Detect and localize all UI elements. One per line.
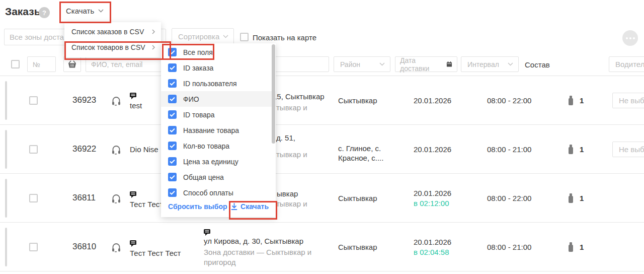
address-text: 15, Сыктывкар xyxy=(273,92,325,101)
field-option-label: Общая цена xyxy=(183,173,224,181)
download-button-label: Скачать xyxy=(66,7,94,15)
interval-value: 08:00 - 21:00 xyxy=(487,125,531,173)
order-number: 36922 xyxy=(72,125,96,173)
menu-item-products-csv[interactable]: Список товаров в CSV xyxy=(64,39,161,55)
scrollbar-thumb[interactable] xyxy=(272,44,275,144)
support-headset-icon[interactable] xyxy=(111,174,122,222)
menu-item-label: Список заказов в CSV xyxy=(71,28,144,36)
field-option-label: ID товара xyxy=(183,111,215,119)
composition-column-header: Состав xyxy=(525,60,550,69)
download-menu: Список заказов в CSV Список товаров в CS… xyxy=(64,22,161,57)
delivery-date-filter[interactable]: Дата доставки xyxy=(395,56,457,72)
order-number: 36811 xyxy=(72,174,96,222)
interval-filter-select[interactable]: Интервал xyxy=(461,56,519,72)
driver-select-value: Не выбр xyxy=(619,145,644,154)
field-option-order-id[interactable]: ID заказа xyxy=(161,60,276,76)
field-option-product-name[interactable]: Название товара xyxy=(161,122,276,138)
order-number-filter-input[interactable] xyxy=(27,56,56,72)
bottle-count: 1 xyxy=(580,194,584,202)
address-text: ывкар xyxy=(277,189,298,198)
district-filter-select[interactable]: Район xyxy=(334,56,390,72)
support-headset-icon[interactable] xyxy=(111,125,122,173)
table-row[interactable]: 36923 test 15, Сыктывкар тывкар и Сыктыв… xyxy=(0,76,644,125)
chevron-right-icon xyxy=(152,29,155,34)
field-option-total-price[interactable]: Общая цена xyxy=(161,169,276,185)
checkbox-checked[interactable] xyxy=(168,157,177,166)
field-option-fio[interactable]: ФИО xyxy=(161,91,276,107)
field-option-all[interactable]: Все поля xyxy=(161,44,276,60)
interval-filter-label: Интервал xyxy=(467,60,499,68)
bottle-icon xyxy=(568,144,574,155)
reset-selection-label: Сбросить выбор xyxy=(168,202,227,211)
comment-icon xyxy=(130,92,136,101)
menu-item-orders-csv[interactable]: Список заказов в CSV xyxy=(64,24,161,39)
show-on-map-label: Показать на карте xyxy=(253,33,316,42)
delivery-date-value: 20.01.2026 xyxy=(414,125,451,173)
basket-filter-button[interactable] xyxy=(63,56,81,72)
bottle-count: 1 xyxy=(580,145,584,154)
checkbox-checked[interactable] xyxy=(168,110,177,119)
field-option-product-id[interactable]: ID товара xyxy=(161,107,276,122)
chevron-down-icon xyxy=(379,62,385,66)
download-button[interactable]: Скачать xyxy=(66,7,104,15)
support-headset-icon[interactable] xyxy=(111,223,122,271)
driver-select[interactable]: Не выбр xyxy=(612,93,644,108)
row-checkbox[interactable] xyxy=(29,145,38,154)
row-checkbox[interactable] xyxy=(29,96,38,105)
export-download-label: Скачать xyxy=(240,202,269,211)
row-checkbox[interactable] xyxy=(29,194,38,202)
field-option-unit-price[interactable]: Цена за единицу xyxy=(161,154,276,169)
field-option-label: Название товара xyxy=(183,126,239,134)
checkbox-checked[interactable] xyxy=(168,63,177,72)
order-number: 36923 xyxy=(72,76,96,124)
page-title: Заказы xyxy=(5,6,43,18)
driver-filter-select[interactable]: Водитель xyxy=(609,56,644,72)
table-row[interactable]: 36810 Тест Тест Тест ул Кирова, д. 30, С… xyxy=(0,223,644,271)
district-value: Сыктывкар xyxy=(338,174,377,222)
field-option-label: ID заказа xyxy=(183,64,213,72)
district-value: Сыктывкар xyxy=(338,223,377,271)
row-status-stripe xyxy=(5,130,7,169)
help-icon[interactable]: ? xyxy=(39,7,50,18)
chevron-down-icon xyxy=(223,35,228,38)
driver-select[interactable]: Не выбр xyxy=(612,142,644,157)
checkbox-checked[interactable] xyxy=(168,79,177,88)
export-download-button[interactable]: Скачать xyxy=(231,202,269,211)
checkbox-checked[interactable] xyxy=(168,126,177,134)
delivery-date-value: 20.01.2026 xyxy=(414,188,451,198)
orders-page: Заказы ? Скачать Сортировка Показать на … xyxy=(0,0,644,274)
show-on-map-checkbox[interactable] xyxy=(240,33,249,41)
delivery-zone-text: тывкар и xyxy=(276,199,307,208)
reset-selection-button[interactable]: Сбросить выбор xyxy=(168,202,227,211)
select-all-checkbox[interactable] xyxy=(11,60,20,68)
checkbox-checked[interactable] xyxy=(168,48,177,56)
support-headset-icon[interactable] xyxy=(111,76,122,124)
address-text: д. 51, xyxy=(276,133,295,142)
district-value: Сыктывкар xyxy=(338,76,377,124)
client-name[interactable]: Dio Nise xyxy=(130,125,158,173)
table-row[interactable]: 36811 Тест Тест Тест ывкар тывкар и Сыкт… xyxy=(0,174,644,223)
sort-select[interactable]: Сортировка xyxy=(172,28,234,44)
district-filter-label: Район xyxy=(340,60,360,68)
row-status-stripe xyxy=(5,179,7,218)
checkbox-checked[interactable] xyxy=(168,173,177,181)
bottle-count: 1 xyxy=(580,243,584,251)
client-name[interactable]: test xyxy=(130,101,142,110)
menu-item-label: Список товаров в CSV xyxy=(71,43,145,51)
chevron-down-icon xyxy=(508,62,513,66)
comment-icon xyxy=(130,191,136,200)
delivery-zone-text: тывкар и xyxy=(276,103,307,112)
field-option-user-id[interactable]: ID пользователя xyxy=(161,76,276,91)
field-option-label: Кол-во товара xyxy=(183,142,229,150)
delivery-time-value: в 02:04:58 xyxy=(414,247,451,257)
client-name[interactable]: Тест Тест Тест xyxy=(130,249,181,257)
bottle-icon xyxy=(568,193,574,203)
checkbox-checked[interactable] xyxy=(168,142,177,150)
checkbox-checked[interactable] xyxy=(168,95,177,103)
table-row[interactable]: 36922 Dio Nise д. 51, тывкар и с. Глиное… xyxy=(0,125,644,174)
driver-filter-label: Водитель xyxy=(615,60,644,68)
row-checkbox[interactable] xyxy=(29,243,38,251)
interval-value: 08:00 - 21:00 xyxy=(487,223,531,271)
more-actions-button[interactable] xyxy=(622,30,638,46)
field-option-product-qty[interactable]: Кол-во товара xyxy=(161,138,276,154)
